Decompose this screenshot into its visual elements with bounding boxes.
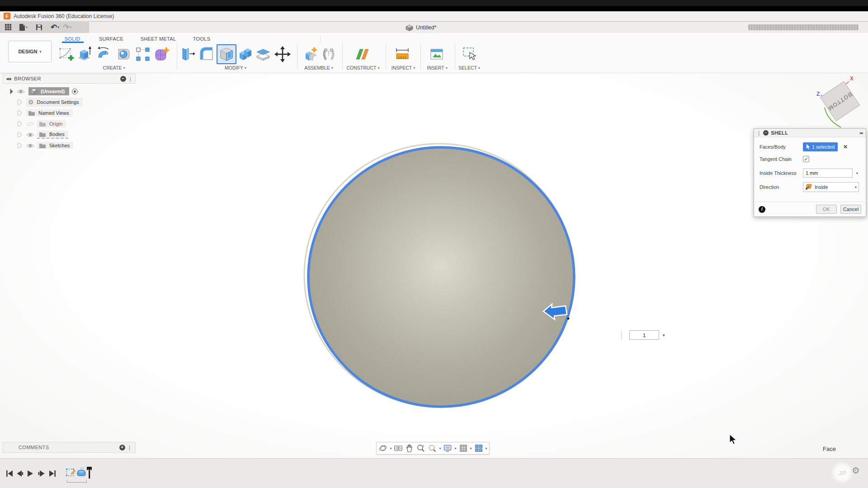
tab-sheet-metal[interactable]: SHEET METAL — [136, 35, 181, 42]
timeline-play-button[interactable] — [25, 469, 35, 479]
rectangular-pattern-tool[interactable] — [133, 44, 153, 64]
thickness-caret-icon[interactable]: ▾ — [856, 171, 858, 175]
timeline-go-to-end-button[interactable] — [47, 469, 57, 479]
orbit-caret-icon[interactable]: ▾ — [390, 446, 392, 450]
viewports-caret-icon[interactable]: ▾ — [486, 446, 487, 450]
add-comment-icon[interactable]: + — [119, 445, 125, 450]
shell-tool[interactable] — [217, 44, 236, 64]
faces-body-selection-button[interactable]: 1 selected — [803, 142, 838, 151]
insert-tool[interactable] — [427, 44, 447, 64]
view-cube[interactable]: X Z BOTTOM — [810, 72, 868, 136]
collapsed-arrow-icon[interactable] — [18, 121, 22, 127]
browser-root-row[interactable]: (Unsaved) — [8, 87, 78, 96]
new-component-tool[interactable] — [301, 44, 321, 64]
modify-group-dropdown[interactable]: MODIFY▾ — [208, 64, 263, 71]
thickness-input-caret-icon[interactable]: ▾ — [663, 333, 665, 338]
shell-dialog-header[interactable]: ❘ − SHELL ▸▸ — [754, 129, 866, 137]
move-copy-tool[interactable] — [273, 44, 292, 64]
create-sketch-tool[interactable] — [57, 44, 76, 64]
inside-thickness-input[interactable] — [803, 169, 853, 178]
visibility-eye-icon[interactable] — [26, 132, 34, 137]
visibility-eye-hidden-icon[interactable] — [26, 122, 34, 127]
undo-button[interactable]: ↶ ▾ — [50, 22, 60, 32]
data-panel-grid-icon[interactable] — [4, 22, 13, 32]
browser-row-bodies[interactable]: Bodies — [18, 130, 68, 139]
select-group-dropdown[interactable]: SELECT▾ — [442, 64, 496, 71]
combine-tool[interactable] — [236, 44, 255, 64]
dialog-expand-icon[interactable]: ▸▸ — [860, 131, 863, 135]
collapsed-arrow-icon[interactable] — [18, 110, 22, 116]
collapsed-arrow-icon[interactable] — [18, 143, 22, 148]
look-at-icon[interactable] — [394, 444, 403, 453]
timeline-step-forward-button[interactable] — [37, 469, 47, 479]
dialog-title: SHELL — [771, 130, 858, 136]
info-icon[interactable]: i — [759, 206, 765, 213]
press-pull-tool[interactable] — [178, 44, 198, 64]
tabstrip-scrollbar[interactable] — [748, 24, 859, 30]
revolve-tool[interactable] — [94, 44, 114, 64]
browser-row-origin[interactable]: Origin — [18, 119, 66, 128]
orbit-icon[interactable] — [378, 444, 387, 453]
display-settings-caret-icon[interactable]: ▾ — [454, 446, 456, 450]
browser-minimize-icon[interactable]: − — [120, 76, 126, 82]
browser-panel-header[interactable]: ◀◀ BROWSER − ❘ — [3, 74, 136, 84]
tab-tools[interactable]: TOOLS — [188, 35, 215, 42]
joint-tool[interactable] — [319, 44, 339, 64]
browser-row-sketches[interactable]: Sketches — [18, 141, 73, 150]
timeline-sketch-feature[interactable] — [65, 467, 76, 479]
extrude-tool[interactable] — [75, 44, 95, 64]
grid-caret-icon[interactable]: ▾ — [470, 446, 472, 450]
tangent-chain-checkbox[interactable]: ✓ — [803, 156, 809, 162]
tab-surface[interactable]: SURFACE — [94, 35, 128, 42]
browser-collapse-icon[interactable]: ◀◀ — [6, 77, 10, 81]
timeline-step-back-button[interactable] — [15, 469, 25, 479]
display-settings-icon[interactable] — [443, 444, 452, 453]
direction-dropdown[interactable]: Inside ▾ — [803, 182, 859, 192]
browser-row-document-settings[interactable]: ⚙Document Settings — [18, 98, 83, 107]
viewports-icon[interactable] — [474, 444, 483, 453]
pan-icon[interactable] — [405, 444, 414, 453]
select-tool[interactable] — [459, 44, 479, 64]
cancel-button[interactable]: Cancel — [840, 205, 861, 214]
timeline-go-to-start-button[interactable] — [5, 469, 14, 479]
visibility-eye-icon[interactable] — [17, 89, 25, 94]
browser-resize-grip[interactable]: ❘ — [128, 76, 132, 82]
save-button[interactable] — [35, 22, 43, 32]
expanded-arrow-icon[interactable] — [7, 89, 13, 94]
browser-row-named-views[interactable]: Named Views — [18, 108, 73, 117]
input-drag-grip[interactable] — [621, 331, 622, 340]
fillet-tool[interactable] — [197, 44, 217, 64]
timeline-position-marker[interactable] — [84, 467, 95, 479]
measure-tool[interactable] — [392, 44, 412, 64]
collapsed-arrow-icon[interactable] — [18, 132, 22, 137]
grid-snap-icon[interactable] — [459, 444, 468, 453]
create-group-dropdown[interactable]: CREATE▾ — [87, 64, 141, 71]
construct-plane-tool[interactable] — [353, 44, 373, 64]
comments-resize-grip[interactable]: ❘ — [127, 445, 132, 450]
model-viewport[interactable]: 1.00 ▾ X Z BOTTOM ◀◀ BROWSER − ❘ — [0, 73, 868, 458]
comments-panel-header[interactable]: COMMENTS + ❘ — [3, 442, 136, 453]
ribbon-toolbar: DESIGN▾ SOLID SURFACE SHEET METAL TOOLS — [0, 33, 868, 73]
document-tab[interactable]: Untitled* — [406, 22, 436, 33]
zoom-window-icon[interactable] — [428, 444, 437, 453]
root-component[interactable]: (Unsaved) — [28, 87, 69, 95]
clear-selection-button[interactable]: ✕ — [843, 144, 848, 150]
thickness-value-input[interactable] — [629, 330, 659, 340]
zoom-window-caret-icon[interactable]: ▾ — [439, 446, 441, 450]
workspace-selector[interactable]: DESIGN▾ — [8, 41, 52, 62]
redo-button[interactable]: ↷ ▾ — [62, 22, 72, 32]
dialog-separator — [754, 202, 866, 202]
create-form-tool[interactable] — [152, 44, 172, 64]
preferences-gear-icon[interactable]: ⚙ — [852, 465, 860, 476]
offset-face-tool[interactable] — [253, 44, 273, 64]
ok-button[interactable]: OK — [816, 205, 837, 214]
visibility-eye-icon[interactable] — [26, 143, 34, 148]
dialog-minimize-icon[interactable]: − — [763, 130, 769, 136]
manipulator-anchor-dot — [567, 318, 570, 320]
collapsed-arrow-icon[interactable] — [18, 99, 22, 105]
activate-component-radio[interactable] — [72, 89, 78, 94]
zoom-icon[interactable]: ± — [416, 444, 425, 453]
sweep-tool[interactable] — [114, 44, 134, 64]
dialog-drag-grip[interactable]: ❘ — [757, 130, 761, 136]
file-menu-button[interactable]: ▾ — [18, 22, 28, 32]
